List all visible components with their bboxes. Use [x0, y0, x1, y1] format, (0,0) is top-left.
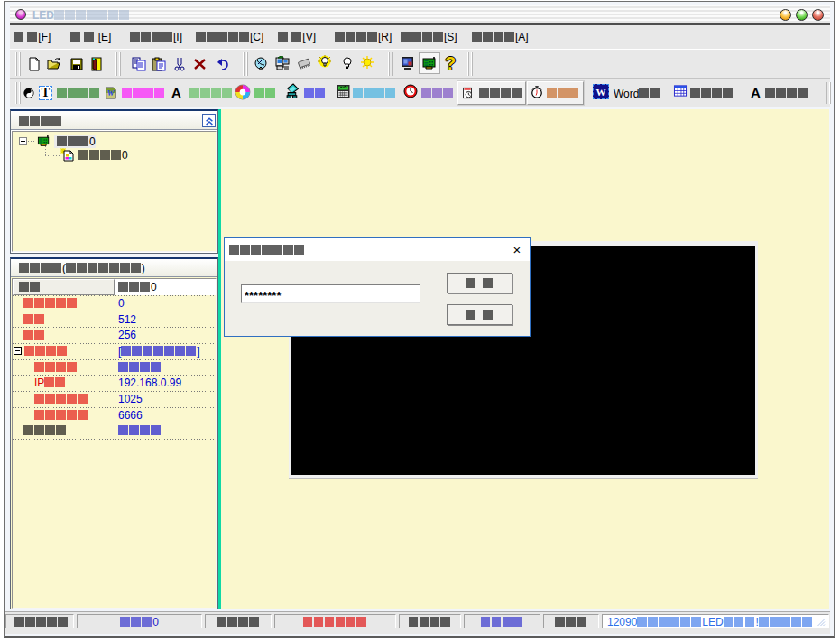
- svg-text:W: W: [107, 88, 115, 98]
